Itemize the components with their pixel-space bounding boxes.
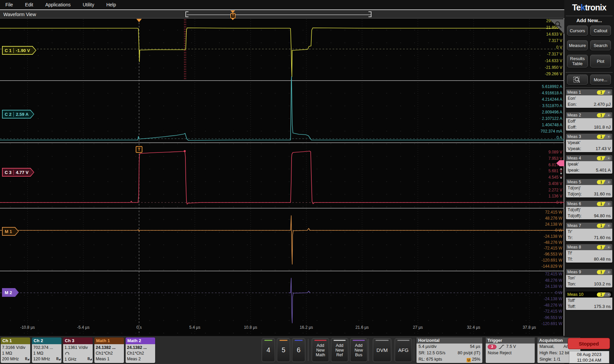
meas-card-10[interactable]: Meas 101+Toff'Toff:175.3 ns [566, 291, 612, 310]
meas-card-6[interactable]: Meas 61+Td(off)'Td(off):94.80 ns [566, 201, 612, 219]
meas-source-number: 1 [597, 90, 606, 95]
badge-face: C 34.77 V [3, 169, 34, 176]
stopped-button[interactable]: Stopped [568, 338, 610, 349]
channel-card-header: Math 2 [126, 337, 155, 344]
meas-value: 94.80 ns [594, 213, 611, 218]
meas-card-4[interactable]: Meas 41+Ipeak'Ipeak:5.401 A [566, 155, 612, 174]
channel-number: 4 [266, 346, 270, 354]
button-label: Add New Math [316, 343, 325, 357]
m2-axis-label: 0 W [525, 290, 562, 295]
meas-value-row: Td(on):31.60 ns [568, 191, 611, 196]
channel-number: 5 [281, 346, 285, 354]
horizontal-cell: 5.4 µs/div [419, 344, 437, 350]
afg-button[interactable]: AFG [395, 338, 412, 362]
meas-source-badge[interactable]: 1+ [597, 245, 611, 249]
m1-axis-label: 48.276 W [525, 216, 562, 221]
cursors-button[interactable]: Cursors [567, 26, 588, 36]
minimap-trigger-triangle-icon[interactable] [230, 10, 235, 13]
meas-source-number: 1 [597, 245, 606, 249]
time-axis-label: -10.8 µs [20, 325, 35, 330]
meas-source-badge[interactable]: 1+ [597, 180, 611, 184]
meas-source-badge[interactable]: 1+ [597, 135, 611, 139]
m2-axis-label: -24.138 W [525, 297, 562, 301]
menu-item-edit[interactable]: Edit [25, 2, 33, 7]
trigger-title: Trigger [486, 337, 535, 344]
horizontal-cell: 54 µs [470, 344, 480, 350]
more--button[interactable]: More... [590, 75, 611, 85]
magnifier-icon [554, 20, 562, 29]
search-button[interactable]: Search [590, 40, 611, 50]
meas-source-badge[interactable]: 1+ [597, 113, 611, 118]
zoom-mode-button[interactable] [567, 75, 588, 85]
channel-card-row: 1 MΩ [33, 351, 60, 356]
meas-card-2[interactable]: Meas 21+Eoff'Eoff:181.8 nJ [566, 112, 612, 131]
meas-card-9[interactable]: Meas 91+Ton'Ton:103.2 ns [566, 269, 612, 287]
callout-button[interactable]: Callout [590, 26, 611, 36]
trigger-t-marker[interactable]: T [136, 146, 142, 153]
channel-badge-c3[interactable]: C 34.77 V [2, 168, 34, 177]
tab-waveform-view[interactable]: Waveform View [3, 12, 36, 17]
add-new-bus-button[interactable]: Add New Bus [350, 338, 367, 362]
channel-card-ch3[interactable]: Ch 31.1361 V/div1 GHzB◢ [63, 337, 93, 363]
dvm-button[interactable]: DVM [373, 338, 391, 362]
channel-5-button[interactable]: 5 [277, 338, 290, 362]
meas-expand-icon: + [608, 270, 610, 274]
channel-card-math1[interactable]: Math 124.1382 ...Ch1*Ch2Meas 1 [94, 337, 124, 363]
meas-expand-icon: + [608, 245, 610, 249]
meas-source-badge[interactable]: 1+ [597, 292, 611, 297]
meas-value: 103.2 ns [594, 281, 611, 286]
meas-card-header: Meas 31+ [566, 134, 612, 140]
bandwidth-limit-icon: B◢ [25, 356, 29, 362]
c2-axis-label: 5.618992 A [525, 84, 562, 89]
meas-card-3[interactable]: Meas 31+Vpeak'Vpeak:17.43 V [566, 134, 612, 152]
minimap-right-bracket[interactable] [368, 11, 371, 17]
results-table-button[interactable]: Results Table [567, 55, 588, 67]
channel-card-body: 702.374 ...1 MΩ120 MHzB◢ [32, 344, 61, 363]
meas-card-5[interactable]: Meas 51+Td(on)'Td(on):31.60 ns [566, 179, 612, 197]
menu-item-utility[interactable]: Utility [83, 2, 94, 7]
meas-label: Td(on): [568, 191, 582, 196]
m1-axis-label: 24.138 W [525, 222, 562, 227]
meas-card-7[interactable]: Meas 71+Tr'Tr:71.60 ns [566, 223, 612, 241]
c2-axis-label: 702.374 mA [525, 129, 562, 134]
meas-source-badge[interactable]: 1+ [597, 156, 611, 161]
meas-source-badge[interactable]: 1+ [597, 202, 611, 206]
waveform-area[interactable]: 29.266 V21.950 V14.633 V7.317 V0 V-7.317… [0, 18, 564, 336]
channel-badge-m1[interactable]: M 1 [2, 227, 19, 236]
panel-drag-handle[interactable] [560, 166, 562, 181]
channel-6-button[interactable]: 6 [292, 338, 305, 362]
meas-card-8[interactable]: Meas 81+Tf'Tf:80.48 ns [566, 244, 612, 263]
meas-source-badge[interactable]: 1+ [597, 224, 611, 228]
channel-card-ch2[interactable]: Ch 2702.374 ...1 MΩ120 MHzB◢ [32, 337, 61, 363]
channel-4-button[interactable]: 4 [262, 338, 275, 362]
channel-card-ch1[interactable]: Ch 17.3166 V/div1 MΩ200 MHzB◢ [1, 337, 30, 363]
trigger-position-icon[interactable] [136, 19, 142, 22]
meas-source-badge[interactable]: 1+ [597, 90, 611, 95]
menu-item-file[interactable]: File [5, 2, 13, 7]
measure-button[interactable]: Measure [567, 40, 588, 50]
horizontal-panel[interactable]: Horizontal 5.4 µs/div54 µsSR: 12.5 GS/s8… [416, 337, 482, 363]
meas-card-1[interactable]: Meas 11+Eon'Eon:2.470 µJ [566, 89, 612, 108]
channel-badge-c2[interactable]: C 22.59 A [2, 110, 34, 119]
menu-item-help[interactable]: Help [106, 2, 116, 7]
channel-badge-m2[interactable]: M 2 [2, 288, 19, 297]
menu-item-applications[interactable]: Applications [45, 2, 71, 7]
channel-card-math2[interactable]: Math 224.1382 ...Ch1*Ch2Meas 2 [126, 337, 155, 363]
minimap-trigger-flag[interactable]: T [230, 13, 235, 18]
meas-source-badge[interactable]: 1+ [597, 270, 611, 274]
horizontal-title: Horizontal [416, 337, 482, 344]
meas-card-header: Meas 81+ [566, 244, 612, 250]
add-new-ref-button[interactable]: Add New Ref [331, 338, 348, 362]
minimap-pan-bar[interactable] [187, 14, 371, 15]
add-new-math-button[interactable]: Add New Math [312, 338, 329, 362]
plot-button[interactable]: Plot [590, 55, 611, 67]
meas-card-body: Td(on)'Td(on):31.60 ns [566, 185, 612, 197]
meas-name: Eoff' [568, 119, 611, 124]
channel-badge-c1[interactable]: C 1-1.90 V [2, 46, 36, 55]
minimap-left-bracket[interactable] [185, 11, 188, 17]
trigger-panel[interactable]: Trigger 3 7.5 V Noise Reject [486, 337, 535, 363]
meas-expand-icon: + [608, 292, 610, 297]
meas-card-body: Td(off)'Td(off):94.80 ns [566, 207, 612, 219]
m2-axis-label: -96.553 W [525, 315, 562, 320]
meas-value-row: Eoff:181.8 nJ [568, 125, 611, 130]
